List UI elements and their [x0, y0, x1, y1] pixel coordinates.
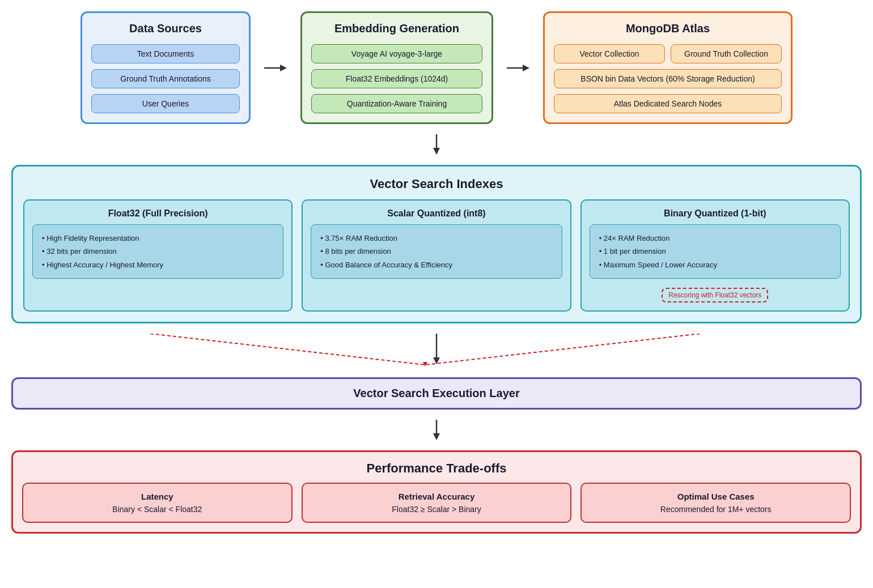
svg-line-7: [425, 334, 700, 365]
embedding-gen-box: Embedding Generation Voyage AI voyage-3-…: [300, 11, 493, 124]
main-diagram: Data Sources Text Documents Ground Truth…: [11, 11, 862, 534]
vsi-scalar-bullet-2: • 8 bits per dimension: [320, 245, 552, 258]
svg-marker-12: [433, 433, 440, 440]
embedding-gen-item-3: Quantization-Aware Training: [311, 94, 482, 113]
vsi-scalar-bullet-1: • 3.75× RAM Reduction: [320, 232, 552, 245]
vector-collection-item: Vector Collection: [554, 44, 665, 63]
svg-marker-3: [523, 65, 529, 71]
embedding-gen-title: Embedding Generation: [334, 22, 459, 35]
perf-card-usecases: Optimal Use Cases Recommended for 1M+ ve…: [580, 483, 851, 523]
vsi-binary-bullet-2: • 1 bit per dimension: [599, 245, 831, 258]
atlas-search-nodes-item: Atlas Dedicated Search Nodes: [554, 94, 782, 113]
vsel-box: Vector Search Execution Layer: [11, 377, 862, 410]
perf-box: Performance Trade-offs Latency Binary < …: [11, 450, 862, 534]
vsi-card-float32-title: Float32 (Full Precision): [32, 208, 283, 219]
data-sources-item-1: Text Documents: [91, 44, 240, 63]
vsi-binary-bullet-1: • 24× RAM Reduction: [599, 232, 831, 245]
vsi-cards: Float32 (Full Precision) • High Fidelity…: [23, 199, 850, 312]
vsi-float32-bullet-3: • Highest Accuracy / Highest Memory: [42, 258, 274, 271]
perf-card-accuracy-title: Retrieval Accuracy: [311, 492, 563, 501]
perf-cards: Latency Binary < Scalar < Float32 Retrie…: [22, 483, 851, 523]
top-row: Data Sources Text Documents Ground Truth…: [11, 11, 862, 124]
mongodb-atlas-top-row: Vector Collection Ground Truth Collectio…: [554, 44, 782, 63]
perf-card-latency-value: Binary < Scalar < Float32: [31, 505, 283, 514]
vsel-title: Vector Search Execution Layer: [24, 387, 849, 400]
arrow-ma-to-vsi: [11, 134, 862, 155]
vsi-scalar-bullet-3: • Good Balance of Accuracy & Efficiency: [320, 258, 552, 271]
perf-card-latency: Latency Binary < Scalar < Float32: [22, 483, 293, 523]
mongodb-atlas-title: MongoDB Atlas: [626, 22, 710, 35]
vsi-card-scalar-content: • 3.75× RAM Reduction • 8 bits per dimen…: [311, 224, 562, 279]
ground-truth-collection-item: Ground Truth Collection: [671, 44, 782, 63]
arrow-eg-to-ma: [505, 11, 532, 124]
vsi-card-binary: Binary Quantized (1-bit) • 24× RAM Reduc…: [580, 199, 850, 312]
perf-card-accuracy-value: Float32 ≥ Scalar > Binary: [311, 505, 563, 514]
embedding-gen-item-1: Voyage AI voyage-3-large: [311, 44, 482, 63]
vsi-card-float32: Float32 (Full Precision) • High Fidelity…: [23, 199, 293, 312]
vsi-card-scalar: Scalar Quantized (int8) • 3.75× RAM Redu…: [302, 199, 571, 312]
vsi-float32-bullet-2: • 32 bits per dimension: [42, 245, 274, 258]
data-sources-box: Data Sources Text Documents Ground Truth…: [80, 11, 251, 124]
dashed-arrows-svg: [11, 334, 839, 368]
arrow-vsi-to-vsel: [430, 334, 443, 367]
perf-title: Performance Trade-offs: [367, 461, 507, 476]
arrow-vsel-to-perf: [11, 420, 862, 440]
svg-marker-10: [433, 357, 440, 364]
svg-marker-1: [280, 65, 287, 71]
svg-line-6: [150, 334, 425, 365]
data-sources-title: Data Sources: [129, 22, 202, 35]
vsi-binary-bullet-3: • Maximum Speed / Lower Accuracy: [599, 258, 831, 271]
perf-card-accuracy: Retrieval Accuracy Float32 ≥ Scalar > Bi…: [302, 483, 572, 523]
bson-item: BSON bin Data Vectors (60% Storage Reduc…: [554, 69, 782, 88]
data-sources-item-3: User Queries: [91, 94, 240, 113]
arrow-ds-to-eg: [262, 11, 289, 124]
vsi-title: Vector Search Indexes: [370, 177, 503, 191]
perf-card-latency-title: Latency: [31, 492, 283, 501]
perf-card-usecases-value: Recommended for 1M+ vectors: [590, 505, 842, 514]
vsi-card-float32-content: • High Fidelity Representation • 32 bits…: [32, 224, 283, 279]
vsi-card-binary-content: • 24× RAM Reduction • 1 bit per dimensio…: [590, 224, 841, 279]
rescoring-label: Rescoring with Float32 vectors: [662, 288, 768, 302]
vsi-card-scalar-title: Scalar Quantized (int8): [311, 208, 562, 219]
svg-marker-5: [433, 148, 440, 155]
arrows-section: [11, 334, 862, 367]
embedding-gen-item-2: Float32 Embeddings (1024d): [311, 69, 482, 88]
data-sources-item-2: Ground Truth Annotations: [91, 69, 240, 88]
vsi-box: Vector Search Indexes Float32 (Full Prec…: [11, 165, 862, 323]
mongodb-atlas-box: MongoDB Atlas Vector Collection Ground T…: [543, 11, 793, 124]
vsi-card-binary-title: Binary Quantized (1-bit): [590, 208, 841, 219]
perf-card-usecases-title: Optimal Use Cases: [590, 492, 842, 501]
vsi-float32-bullet-1: • High Fidelity Representation: [42, 232, 274, 245]
